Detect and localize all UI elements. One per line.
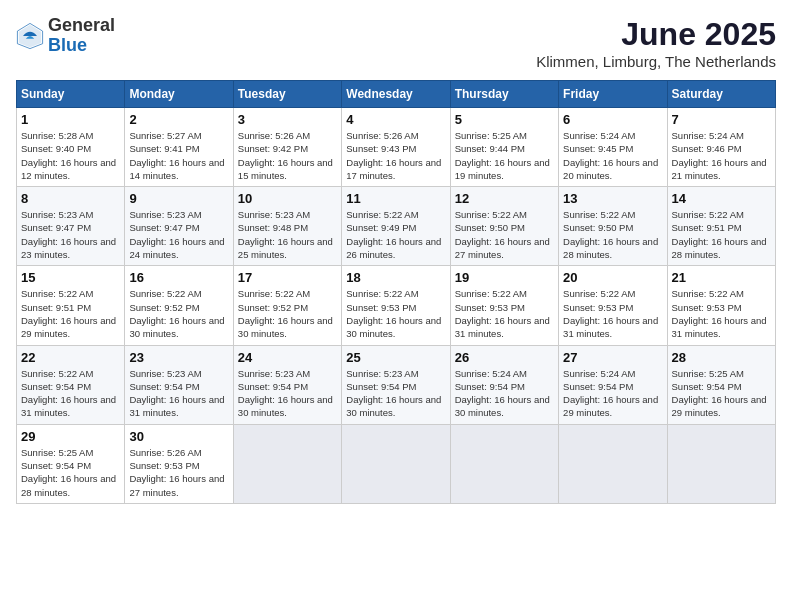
day-info: Sunrise: 5:23 AMSunset: 9:54 PMDaylight:… [238, 367, 337, 420]
logo-icon [16, 22, 44, 50]
weekday-header: Wednesday [342, 81, 450, 108]
weekday-header: Thursday [450, 81, 558, 108]
calendar-day-cell: 1Sunrise: 5:28 AMSunset: 9:40 PMDaylight… [17, 108, 125, 187]
day-number: 19 [455, 270, 554, 285]
calendar-day-cell: 27Sunrise: 5:24 AMSunset: 9:54 PMDayligh… [559, 345, 667, 424]
day-info: Sunrise: 5:25 AMSunset: 9:54 PMDaylight:… [672, 367, 771, 420]
day-number: 6 [563, 112, 662, 127]
weekday-header: Saturday [667, 81, 775, 108]
day-info: Sunrise: 5:22 AMSunset: 9:53 PMDaylight:… [563, 287, 662, 340]
calendar-day-cell: 14Sunrise: 5:22 AMSunset: 9:51 PMDayligh… [667, 187, 775, 266]
calendar-day-cell: 18Sunrise: 5:22 AMSunset: 9:53 PMDayligh… [342, 266, 450, 345]
day-number: 16 [129, 270, 228, 285]
calendar-day-cell [233, 424, 341, 503]
day-number: 5 [455, 112, 554, 127]
day-number: 21 [672, 270, 771, 285]
weekday-header: Monday [125, 81, 233, 108]
day-number: 3 [238, 112, 337, 127]
day-info: Sunrise: 5:22 AMSunset: 9:54 PMDaylight:… [21, 367, 120, 420]
calendar-day-cell: 30Sunrise: 5:26 AMSunset: 9:53 PMDayligh… [125, 424, 233, 503]
calendar-day-cell: 6Sunrise: 5:24 AMSunset: 9:45 PMDaylight… [559, 108, 667, 187]
day-info: Sunrise: 5:22 AMSunset: 9:49 PMDaylight:… [346, 208, 445, 261]
logo: General Blue [16, 16, 115, 56]
calendar-day-cell: 23Sunrise: 5:23 AMSunset: 9:54 PMDayligh… [125, 345, 233, 424]
day-info: Sunrise: 5:23 AMSunset: 9:48 PMDaylight:… [238, 208, 337, 261]
weekday-header: Friday [559, 81, 667, 108]
day-number: 12 [455, 191, 554, 206]
calendar-day-cell: 9Sunrise: 5:23 AMSunset: 9:47 PMDaylight… [125, 187, 233, 266]
calendar-day-cell: 15Sunrise: 5:22 AMSunset: 9:51 PMDayligh… [17, 266, 125, 345]
calendar-week-row: 29Sunrise: 5:25 AMSunset: 9:54 PMDayligh… [17, 424, 776, 503]
weekday-header: Tuesday [233, 81, 341, 108]
day-number: 25 [346, 350, 445, 365]
day-info: Sunrise: 5:27 AMSunset: 9:41 PMDaylight:… [129, 129, 228, 182]
calendar-day-cell: 7Sunrise: 5:24 AMSunset: 9:46 PMDaylight… [667, 108, 775, 187]
calendar-day-cell: 26Sunrise: 5:24 AMSunset: 9:54 PMDayligh… [450, 345, 558, 424]
calendar-day-cell: 8Sunrise: 5:23 AMSunset: 9:47 PMDaylight… [17, 187, 125, 266]
calendar-day-cell: 17Sunrise: 5:22 AMSunset: 9:52 PMDayligh… [233, 266, 341, 345]
calendar-day-cell [559, 424, 667, 503]
day-number: 28 [672, 350, 771, 365]
day-number: 7 [672, 112, 771, 127]
day-info: Sunrise: 5:22 AMSunset: 9:52 PMDaylight:… [238, 287, 337, 340]
calendar-day-cell: 2Sunrise: 5:27 AMSunset: 9:41 PMDaylight… [125, 108, 233, 187]
calendar-day-cell: 11Sunrise: 5:22 AMSunset: 9:49 PMDayligh… [342, 187, 450, 266]
day-info: Sunrise: 5:22 AMSunset: 9:50 PMDaylight:… [563, 208, 662, 261]
day-number: 22 [21, 350, 120, 365]
day-number: 17 [238, 270, 337, 285]
day-number: 20 [563, 270, 662, 285]
calendar-table: SundayMondayTuesdayWednesdayThursdayFrid… [16, 80, 776, 504]
day-info: Sunrise: 5:23 AMSunset: 9:47 PMDaylight:… [129, 208, 228, 261]
calendar-day-cell: 25Sunrise: 5:23 AMSunset: 9:54 PMDayligh… [342, 345, 450, 424]
day-info: Sunrise: 5:23 AMSunset: 9:54 PMDaylight:… [346, 367, 445, 420]
calendar-subtitle: Klimmen, Limburg, The Netherlands [536, 53, 776, 70]
calendar-day-cell: 5Sunrise: 5:25 AMSunset: 9:44 PMDaylight… [450, 108, 558, 187]
day-number: 13 [563, 191, 662, 206]
calendar-day-cell: 21Sunrise: 5:22 AMSunset: 9:53 PMDayligh… [667, 266, 775, 345]
day-number: 18 [346, 270, 445, 285]
day-number: 4 [346, 112, 445, 127]
calendar-day-cell: 13Sunrise: 5:22 AMSunset: 9:50 PMDayligh… [559, 187, 667, 266]
calendar-day-cell: 22Sunrise: 5:22 AMSunset: 9:54 PMDayligh… [17, 345, 125, 424]
day-number: 27 [563, 350, 662, 365]
calendar-week-row: 8Sunrise: 5:23 AMSunset: 9:47 PMDaylight… [17, 187, 776, 266]
calendar-day-cell: 3Sunrise: 5:26 AMSunset: 9:42 PMDaylight… [233, 108, 341, 187]
weekday-row: SundayMondayTuesdayWednesdayThursdayFrid… [17, 81, 776, 108]
day-number: 2 [129, 112, 228, 127]
weekday-header: Sunday [17, 81, 125, 108]
day-number: 15 [21, 270, 120, 285]
day-info: Sunrise: 5:23 AMSunset: 9:54 PMDaylight:… [129, 367, 228, 420]
day-info: Sunrise: 5:22 AMSunset: 9:52 PMDaylight:… [129, 287, 228, 340]
calendar-week-row: 22Sunrise: 5:22 AMSunset: 9:54 PMDayligh… [17, 345, 776, 424]
day-number: 9 [129, 191, 228, 206]
day-number: 8 [21, 191, 120, 206]
calendar-day-cell: 24Sunrise: 5:23 AMSunset: 9:54 PMDayligh… [233, 345, 341, 424]
day-info: Sunrise: 5:22 AMSunset: 9:51 PMDaylight:… [672, 208, 771, 261]
calendar-day-cell: 28Sunrise: 5:25 AMSunset: 9:54 PMDayligh… [667, 345, 775, 424]
day-number: 11 [346, 191, 445, 206]
day-number: 26 [455, 350, 554, 365]
calendar-day-cell: 20Sunrise: 5:22 AMSunset: 9:53 PMDayligh… [559, 266, 667, 345]
day-info: Sunrise: 5:22 AMSunset: 9:53 PMDaylight:… [672, 287, 771, 340]
day-number: 30 [129, 429, 228, 444]
calendar-day-cell: 4Sunrise: 5:26 AMSunset: 9:43 PMDaylight… [342, 108, 450, 187]
calendar-day-cell: 16Sunrise: 5:22 AMSunset: 9:52 PMDayligh… [125, 266, 233, 345]
day-number: 14 [672, 191, 771, 206]
day-info: Sunrise: 5:24 AMSunset: 9:54 PMDaylight:… [455, 367, 554, 420]
calendar-header: SundayMondayTuesdayWednesdayThursdayFrid… [17, 81, 776, 108]
day-number: 10 [238, 191, 337, 206]
day-number: 23 [129, 350, 228, 365]
calendar-day-cell [342, 424, 450, 503]
day-number: 29 [21, 429, 120, 444]
day-info: Sunrise: 5:26 AMSunset: 9:42 PMDaylight:… [238, 129, 337, 182]
title-block: June 2025 Klimmen, Limburg, The Netherla… [536, 16, 776, 70]
calendar-day-cell: 12Sunrise: 5:22 AMSunset: 9:50 PMDayligh… [450, 187, 558, 266]
day-info: Sunrise: 5:24 AMSunset: 9:46 PMDaylight:… [672, 129, 771, 182]
calendar-week-row: 1Sunrise: 5:28 AMSunset: 9:40 PMDaylight… [17, 108, 776, 187]
calendar-week-row: 15Sunrise: 5:22 AMSunset: 9:51 PMDayligh… [17, 266, 776, 345]
day-info: Sunrise: 5:25 AMSunset: 9:44 PMDaylight:… [455, 129, 554, 182]
calendar-body: 1Sunrise: 5:28 AMSunset: 9:40 PMDaylight… [17, 108, 776, 504]
day-info: Sunrise: 5:22 AMSunset: 9:50 PMDaylight:… [455, 208, 554, 261]
day-info: Sunrise: 5:24 AMSunset: 9:54 PMDaylight:… [563, 367, 662, 420]
calendar-title: June 2025 [536, 16, 776, 53]
